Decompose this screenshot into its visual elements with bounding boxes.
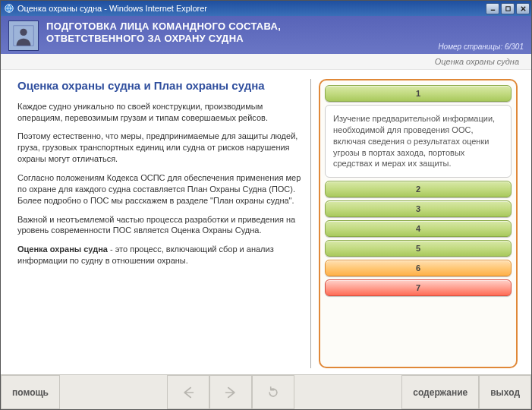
breadcrumb: Оценка охраны судна [1,54,531,70]
arrow-right-icon [221,384,241,401]
reload-button[interactable] [252,375,294,409]
ie-icon [4,3,14,14]
course-title-line2: ОТВЕТСТВЕННОГО ЗА ОХРАНУ СУДНА [46,33,281,45]
paragraph: Каждое судно уникально по своей конструк… [17,101,303,124]
back-button[interactable] [167,375,209,409]
accordion-item-6-header[interactable]: 6 [325,260,512,276]
window-titlebar: Оценка охраны судна - Windows Internet E… [1,1,531,16]
accordion-item-1-body: Изучение предварительной информации, нео… [325,105,512,178]
paragraph: Поэтому естественно, что меры, предприни… [17,131,303,165]
accordion-item-4-header[interactable]: 4 [325,220,512,237]
accordion-panel: 1 Изучение предварительной информации, н… [319,79,518,368]
exit-button[interactable]: выход [479,375,531,409]
help-button[interactable]: помощь [1,375,60,409]
reload-icon [263,384,283,401]
accordion-item-5-header[interactable]: 5 [325,240,512,257]
window-title: Оценка охраны судна - Windows Internet E… [17,4,486,13]
maximize-button[interactable] [501,3,515,14]
forward-button[interactable] [209,375,252,409]
paragraph: Важной и неотъемлемой частью процесса ра… [17,214,303,237]
page-heading: Оценка охраны судна и План охраны судна [17,79,303,93]
arrow-left-icon [178,384,198,401]
svg-point-5 [20,29,27,36]
accordion-item-3-header[interactable]: 3 [325,200,512,217]
page-counter: Номер страницы: 6/301 [438,43,524,51]
accordion-item-7-header[interactable]: 7 [325,279,512,296]
accordion-item-1-header[interactable]: 1 [325,85,512,102]
footer-nav: помощь содержание выход [1,374,531,409]
main-text-column: Оценка охраны судна и План охраны судна … [17,79,311,368]
term-strong: Оценка охраны судна [17,244,108,254]
svg-rect-2 [505,6,509,10]
course-header: ПОДГОТОВКА ЛИЦА КОМАНДНОГО СОСТАВА, ОТВЕ… [1,16,531,54]
course-thumbnail [8,20,39,51]
paragraph: Оценка охраны судна - это процесс, включ… [17,244,303,266]
contents-button[interactable]: содержание [401,375,479,409]
accordion-item-2-header[interactable]: 2 [325,181,512,197]
course-title-line1: ПОДГОТОВКА ЛИЦА КОМАНДНОГО СОСТАВА, [46,20,281,33]
minimize-button[interactable] [486,3,499,14]
paragraph: Согласно положениям Кодекса ОСПС для обе… [17,172,303,207]
close-button[interactable] [516,3,530,14]
